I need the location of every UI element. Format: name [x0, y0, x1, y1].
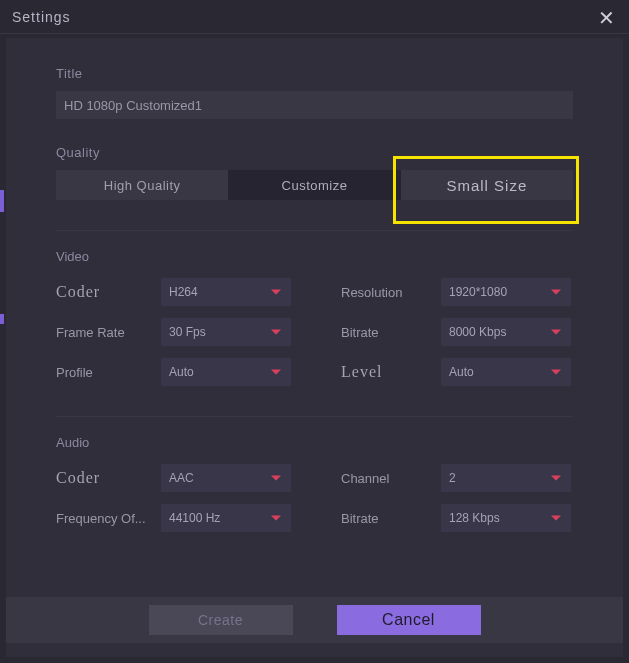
video-level-label: Level [341, 363, 441, 381]
chevron-down-icon [551, 330, 561, 335]
quality-high-button[interactable]: High Quality [56, 170, 228, 200]
chevron-down-icon [551, 370, 561, 375]
chevron-down-icon [271, 516, 281, 521]
video-bitrate-label: Bitrate [341, 325, 441, 340]
video-level-select[interactable]: Auto [441, 358, 571, 386]
close-icon[interactable]: ✕ [598, 8, 615, 28]
video-coder-label: Coder [56, 283, 161, 301]
quality-customize-button[interactable]: Customize [228, 170, 400, 200]
audio-frequency-label: Frequency Of... [56, 511, 161, 526]
divider [56, 230, 573, 231]
title-label: Title [56, 66, 573, 81]
quality-smallsize-button[interactable]: Small Size [401, 170, 573, 200]
accent-edge [0, 314, 4, 324]
cancel-button[interactable]: Cancel [337, 605, 481, 635]
footer-bar: Create Cancel [6, 597, 623, 643]
video-resolution-select[interactable]: 1920*1080 [441, 278, 571, 306]
chevron-down-icon [551, 290, 561, 295]
chevron-down-icon [551, 516, 561, 521]
quality-tabs: High Quality Customize Small Size [56, 170, 573, 200]
chevron-down-icon [551, 476, 561, 481]
video-resolution-label: Resolution [341, 285, 441, 300]
chevron-down-icon [271, 370, 281, 375]
chevron-down-icon [271, 330, 281, 335]
title-input[interactable] [56, 91, 573, 119]
audio-channel-select[interactable]: 2 [441, 464, 571, 492]
audio-channel-label: Channel [341, 471, 441, 486]
video-header: Video [56, 249, 573, 264]
audio-coder-label: Coder [56, 469, 161, 487]
video-framerate-label: Frame Rate [56, 325, 161, 340]
video-coder-select[interactable]: H264 [161, 278, 291, 306]
divider [56, 416, 573, 417]
audio-header: Audio [56, 435, 573, 450]
window-title: Settings [12, 9, 71, 25]
audio-coder-select[interactable]: AAC [161, 464, 291, 492]
audio-bitrate-select[interactable]: 128 Kbps [441, 504, 571, 532]
create-button[interactable]: Create [149, 605, 293, 635]
video-profile-label: Profile [56, 365, 161, 380]
audio-frequency-select[interactable]: 44100 Hz [161, 504, 291, 532]
video-bitrate-select[interactable]: 8000 Kbps [441, 318, 571, 346]
audio-bitrate-label: Bitrate [341, 511, 441, 526]
video-profile-select[interactable]: Auto [161, 358, 291, 386]
chevron-down-icon [271, 476, 281, 481]
accent-edge [0, 190, 4, 212]
settings-panel: Title Quality High Quality Customize Sma… [6, 38, 623, 657]
quality-label: Quality [56, 145, 573, 160]
video-framerate-select[interactable]: 30 Fps [161, 318, 291, 346]
chevron-down-icon [271, 290, 281, 295]
window-titlebar: Settings [0, 0, 629, 34]
